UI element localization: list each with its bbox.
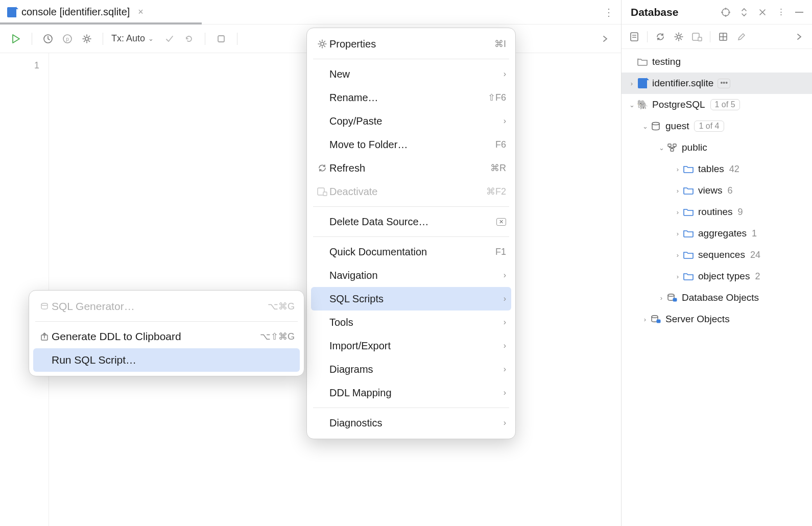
tree-label: views xyxy=(698,185,723,196)
menu-item-properties[interactable]: Properties ⌘I xyxy=(311,32,511,56)
tree-item-aggregates[interactable]: › aggregates 1 xyxy=(622,223,812,244)
chevron-right-icon[interactable] xyxy=(794,33,805,40)
menu-item-navigation[interactable]: Navigation › xyxy=(311,264,511,287)
menu-item-run-sql-script[interactable]: Run SQL Script… xyxy=(33,348,300,372)
tree-item-tables[interactable]: › tables 42 xyxy=(622,158,812,180)
menu-item-generate-ddl[interactable]: Generate DDL to Clipboard ⌥⇧⌘G xyxy=(33,325,300,348)
tree-label: identifier.sqlite xyxy=(652,78,713,89)
menu-item-sql-scripts[interactable]: SQL Scripts › xyxy=(311,287,511,310)
svg-rect-8 xyxy=(631,33,638,41)
database-pane: Database ⋮ testing xyxy=(622,0,812,526)
editor-tabbar: console [identifier.sqlite] × ⋮ xyxy=(0,0,621,25)
sqlite-icon xyxy=(637,78,648,89)
gear-icon xyxy=(315,39,329,49)
tree-count: 6 xyxy=(728,185,733,196)
folder-icon xyxy=(683,271,694,282)
db-tree: testing › identifier.sqlite ••• ⌄ 🐘 Post… xyxy=(622,49,812,526)
menu-item-ddl-mapping[interactable]: DDL Mapping › xyxy=(311,381,511,404)
tx-mode-label: Tx: Auto xyxy=(111,33,145,44)
svg-point-25 xyxy=(321,42,324,45)
menu-item-tools[interactable]: Tools › xyxy=(311,310,511,334)
tree-label: routines xyxy=(698,206,733,218)
line-gutter: 1 xyxy=(0,53,49,526)
tree-item-routines[interactable]: › routines 9 xyxy=(622,201,812,223)
tx-mode-dropdown[interactable]: Tx: Auto ⌄ xyxy=(111,33,154,44)
tree-item-identifier-sqlite[interactable]: › identifier.sqlite ••• xyxy=(622,73,812,94)
refresh-icon[interactable] xyxy=(655,32,666,41)
menu-item-copy-paste[interactable]: Copy/Paste › xyxy=(311,109,511,133)
tab-underline xyxy=(0,22,202,25)
export-icon xyxy=(37,332,52,341)
tree-label: sequences xyxy=(698,249,745,260)
playground-icon[interactable]: p xyxy=(60,31,75,46)
menu-item-diagnostics[interactable]: Diagnostics › xyxy=(311,411,511,435)
commit-icon[interactable] xyxy=(162,31,177,46)
menu-item-deactivate: Deactivate ⌘F2 xyxy=(311,180,511,203)
svg-point-4 xyxy=(85,37,88,40)
tree-item-postgresql[interactable]: ⌄ 🐘 PostgreSQL 1 of 5 xyxy=(622,94,812,115)
console-icon[interactable] xyxy=(629,32,640,42)
tree-item-database-objects[interactable]: › Database Objects xyxy=(622,287,812,308)
db-panel-title: Database xyxy=(631,6,678,18)
context-submenu-sql-scripts: SQL Generator… ⌥⌘G Generate DDL to Clipb… xyxy=(29,290,304,376)
svg-point-21 xyxy=(668,294,674,296)
ellipsis-icon: ••• xyxy=(718,79,730,88)
more-icon[interactable]: ⋮ xyxy=(775,7,786,17)
chevron-right-icon: › xyxy=(504,318,506,327)
menu-item-new[interactable]: New › xyxy=(311,62,511,86)
rollback-icon[interactable] xyxy=(181,31,197,46)
tree-label: PostgreSQL xyxy=(652,99,705,110)
svg-rect-5 xyxy=(218,36,224,42)
menu-item-quick-documentation[interactable]: Quick Documentation F1 xyxy=(311,240,511,264)
tree-label: public xyxy=(682,142,707,153)
minimize-icon[interactable] xyxy=(794,7,805,17)
menu-item-move-folder[interactable]: Move to Folder… F6 xyxy=(311,133,511,156)
folder-icon xyxy=(683,206,694,218)
tree-item-views[interactable]: › views 6 xyxy=(622,180,812,201)
folder-icon xyxy=(683,163,694,175)
tree-count: 1 of 4 xyxy=(694,121,724,132)
folder-icon xyxy=(683,228,694,239)
tree-label: tables xyxy=(698,163,724,175)
svg-rect-27 xyxy=(323,192,327,196)
menu-item-rename[interactable]: Rename… ⇧F6 xyxy=(311,86,511,109)
tree-count: 9 xyxy=(738,207,743,218)
chevron-right-icon[interactable] xyxy=(598,31,613,46)
menu-item-import-export[interactable]: Import/Export › xyxy=(311,334,511,357)
tree-label: guest xyxy=(665,121,689,132)
tree-item-server-objects[interactable]: › Server Objects xyxy=(622,308,812,330)
chevron-right-icon: › xyxy=(504,388,506,397)
database-objects-icon xyxy=(666,292,678,303)
tree-item-public[interactable]: ⌄ public xyxy=(622,137,812,158)
history-icon[interactable] xyxy=(40,31,56,46)
stop-icon[interactable] xyxy=(213,31,229,46)
edit-icon[interactable] xyxy=(736,32,747,41)
tree-item-sequences[interactable]: › sequences 24 xyxy=(622,244,812,266)
tabs-more-icon[interactable]: ⋮ xyxy=(604,6,614,18)
close-panel-icon[interactable] xyxy=(757,7,768,17)
editor-tab-console[interactable]: console [identifier.sqlite] × xyxy=(0,0,151,24)
tree-label: Database Objects xyxy=(682,292,759,303)
menu-item-delete-data-source[interactable]: Delete Data Source… ✕ xyxy=(311,210,511,233)
svg-rect-18 xyxy=(668,144,671,147)
tree-item-testing[interactable]: testing xyxy=(622,51,812,73)
tree-count: 42 xyxy=(729,164,739,175)
tree-item-guest[interactable]: ⌄ guest 1 of 4 xyxy=(622,115,812,137)
menu-item-refresh[interactable]: Refresh ⌘R xyxy=(311,156,511,180)
sort-icon[interactable] xyxy=(738,7,750,17)
refresh-icon xyxy=(315,163,329,173)
table-icon[interactable] xyxy=(718,32,729,41)
run-icon[interactable] xyxy=(8,31,23,46)
tree-count: 1 of 5 xyxy=(710,99,740,110)
svg-rect-19 xyxy=(673,144,676,147)
tab-title: console [identifier.sqlite] xyxy=(21,6,130,18)
close-icon[interactable]: × xyxy=(138,7,144,17)
settings-icon[interactable] xyxy=(673,32,684,41)
stop-connection-icon[interactable] xyxy=(691,32,703,41)
menu-item-diagrams[interactable]: Diagrams › xyxy=(311,357,511,381)
tree-label: testing xyxy=(652,56,681,67)
settings-icon[interactable] xyxy=(79,31,94,46)
tree-item-object-types[interactable]: › object types 2 xyxy=(622,266,812,287)
target-icon[interactable] xyxy=(720,7,731,17)
folder-icon xyxy=(683,185,694,196)
